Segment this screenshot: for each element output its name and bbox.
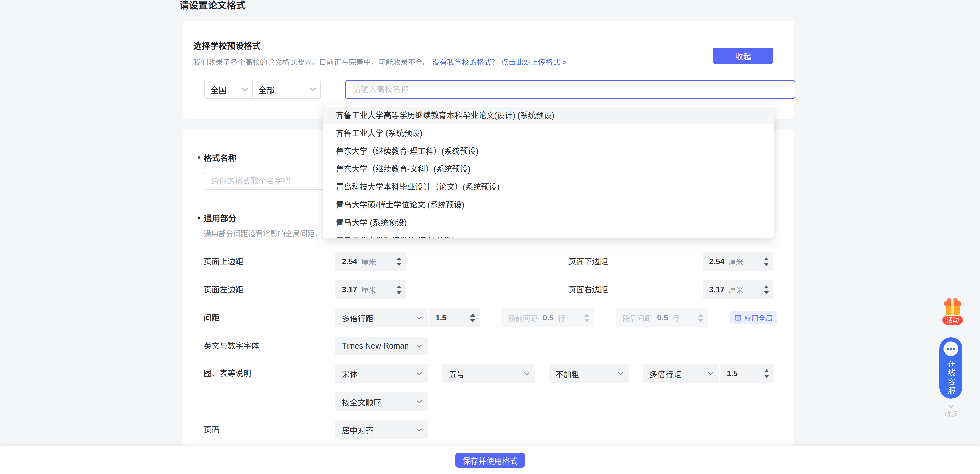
online-service-label: 在线客服	[945, 359, 956, 396]
spacing-row: 间距 多倍行距 1.5 段前间距 0.5 行 段后间距 0.5 行	[183, 308, 794, 327]
arrow-up-icon[interactable]	[764, 286, 769, 289]
margin-right-label: 页面右边距	[568, 280, 608, 299]
select-value: Times New Roman	[342, 342, 409, 351]
margin-right-stepper[interactable]: 3.17 厘米	[703, 280, 773, 299]
arrow-down-icon[interactable]	[764, 375, 769, 378]
page-number-label: 页码	[204, 420, 220, 439]
bottom-action-bar: 保存并使用格式	[0, 446, 980, 474]
arrow-down-icon[interactable]	[764, 263, 769, 266]
stepper-value: 1.5	[727, 369, 738, 378]
space-after-stepper: 段后间距 0.5 行	[616, 308, 708, 327]
chat-icon	[943, 341, 959, 357]
stepper-arrows	[392, 257, 401, 266]
english-font-select[interactable]: Times New Roman	[335, 337, 428, 356]
caption-font-select[interactable]: 宋体	[335, 364, 428, 383]
stepper-arrows	[760, 257, 769, 266]
select-value: 五号	[449, 368, 465, 380]
arrow-down-icon[interactable]	[470, 319, 475, 322]
page-title: 请设置论文格式	[180, 0, 246, 11]
chevron-down-icon	[948, 402, 954, 409]
school-filter-row: 全国 全部	[204, 80, 781, 99]
stepper-value: 2.54	[709, 257, 724, 266]
chevron-down-icon	[417, 426, 422, 431]
caption-label: 图、表等说明	[204, 364, 251, 383]
arrow-up-icon	[698, 314, 703, 317]
no-school-link[interactable]: 没有我学校的格式？	[432, 58, 499, 67]
arrow-up-icon	[584, 314, 589, 317]
collapse-float-button[interactable]: 收起	[942, 403, 960, 418]
margin-row-left-right: 页面左边距 3.17 厘米 页面右边距 3.17 厘米	[183, 280, 794, 299]
caption-order-row: 按全文顺序	[183, 392, 794, 411]
stepper-value: 0.5	[657, 313, 668, 322]
margin-row-top-bottom: 页面上边距 2.54 厘米 页面下边距 2.54 厘米	[183, 252, 794, 271]
chevron-down-icon	[417, 314, 422, 319]
format-name-section-label: 格式名称	[198, 152, 236, 163]
select-value: 按全文顺序	[342, 396, 381, 407]
line-spacing-mode-select[interactable]: 多倍行距	[335, 308, 428, 327]
category-select[interactable]: 全部	[253, 80, 320, 98]
stepper-arrows	[580, 314, 589, 322]
apply-global-label: 应用全局	[744, 313, 773, 323]
suggestion-item[interactable]: 齐鲁工业大学 (系统预设)	[323, 124, 774, 142]
upload-format-link[interactable]: 点击此处上传格式 >	[501, 58, 566, 67]
arrow-down-icon	[584, 319, 589, 322]
region-select-value: 全国	[211, 84, 226, 95]
arrow-up-icon[interactable]	[470, 314, 475, 317]
school-search-input[interactable]	[345, 80, 795, 99]
stepper-unit: 厘米	[729, 256, 743, 267]
arrow-down-icon[interactable]	[396, 263, 401, 266]
stepper-unit: 行	[558, 313, 565, 323]
stepper-arrows	[760, 286, 769, 294]
suggestion-item[interactable]: 鲁东大学（继续教育-文科）(系统预设)	[323, 160, 774, 178]
stepper-value: 3.17	[342, 285, 357, 294]
page-number-align-select[interactable]: 居中对齐	[335, 420, 428, 439]
activity-widget[interactable]: 活动	[939, 296, 966, 324]
chevron-down-icon	[524, 370, 530, 375]
suggestion-item[interactable]: 齐鲁工业大学高等学历继续教育本科毕业论文(设计) (系统预设)	[323, 107, 774, 124]
stepper-arrows	[694, 314, 703, 322]
arrow-down-icon[interactable]	[396, 291, 401, 294]
gift-icon	[942, 296, 963, 318]
arrow-up-icon[interactable]	[764, 257, 769, 260]
arrow-up-icon[interactable]	[764, 369, 769, 372]
stepper-value: 0.5	[543, 313, 554, 322]
arrow-up-icon[interactable]	[396, 257, 401, 260]
stepper-value: 3.17	[709, 285, 724, 294]
caption-size-select[interactable]: 五号	[442, 364, 535, 383]
select-value: 多倍行距	[342, 312, 374, 324]
suggestion-item[interactable]: 青岛大学 (系统预设)	[323, 214, 774, 232]
activity-badge: 活动	[942, 316, 963, 324]
suggestion-item[interactable]: 鲁东大学（继续教育-理工科）(系统预设)	[323, 142, 774, 160]
margin-top-stepper[interactable]: 2.54 厘米	[335, 252, 406, 271]
margin-left-label: 页面左边距	[204, 280, 243, 299]
stepper-unit: 厘米	[361, 284, 376, 295]
margin-bottom-stepper[interactable]: 2.54 厘米	[703, 252, 773, 271]
arrow-down-icon[interactable]	[764, 291, 769, 294]
arrow-up-icon[interactable]	[396, 286, 401, 289]
suggestion-item[interactable]: 青岛大学硕/博士学位论文 (系统预设)	[323, 196, 774, 214]
chevron-down-icon	[417, 342, 422, 348]
online-service-widget[interactable]: 在线客服	[939, 337, 963, 399]
category-select-value: 全部	[259, 84, 274, 95]
collapse-button[interactable]: 收起	[713, 48, 773, 64]
suggestion-item[interactable]: 青岛农业大学海都学院 (系统预设)	[323, 232, 774, 238]
suggestion-item[interactable]: 青岛科技大学本科毕业设计（论文）(系统预设)	[323, 178, 774, 196]
stepper-arrows	[466, 314, 475, 322]
region-select[interactable]: 全国	[205, 80, 253, 98]
bullet-icon	[198, 217, 200, 219]
select-value: 不加粗	[555, 368, 579, 380]
caption-weight-select[interactable]: 不加粗	[549, 364, 629, 383]
margin-bottom-label: 页面下边距	[568, 252, 608, 271]
save-format-button[interactable]: 保存并使用格式	[455, 453, 525, 468]
filter-select-group: 全国 全部	[204, 80, 321, 99]
margin-left-stepper[interactable]: 3.17 厘米	[335, 280, 406, 299]
line-spacing-value-stepper[interactable]: 1.5	[429, 308, 480, 327]
preset-card-description: 我们收录了各个高校的论文格式要求，目前正在完善中，可能收录不全。 没有我学校的格…	[193, 56, 566, 67]
caption-line-mode-select[interactable]: 多倍行距	[643, 364, 719, 383]
caption-line-value-stepper[interactable]: 1.5	[720, 364, 774, 383]
caption-order-select[interactable]: 按全文顺序	[335, 392, 428, 411]
chevron-down-icon	[708, 370, 713, 375]
apply-global-button[interactable]: 应用全局	[730, 311, 777, 324]
english-font-row: 英文与数字字体 Times New Roman	[183, 337, 794, 356]
chevron-down-icon	[310, 86, 315, 91]
